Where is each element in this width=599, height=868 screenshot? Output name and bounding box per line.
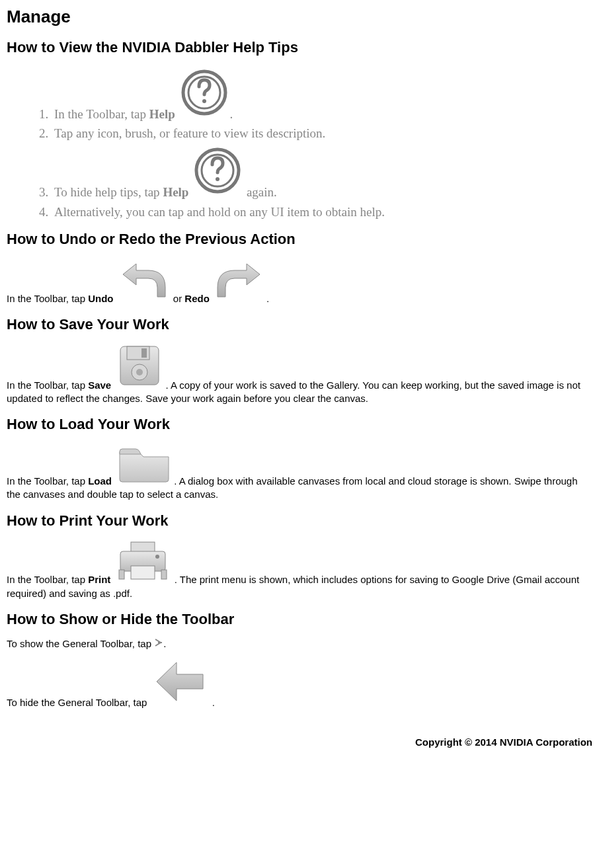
text: In the Toolbar, tap — [7, 293, 88, 304]
save-paragraph: In the Toolbar, tap Save . A copy of you… — [7, 342, 592, 406]
load-label: Load — [88, 475, 112, 487]
folder-icon — [114, 442, 174, 488]
save-icon — [114, 342, 165, 392]
redo-label: Redo — [184, 293, 210, 304]
text: . — [230, 107, 233, 121]
help-step-2: Tap any icon, brush, or feature to view … — [52, 125, 592, 142]
text: To show the General Toolbar, tap — [7, 638, 154, 649]
printer-icon — [114, 538, 172, 586]
section-heading-save: How to Save Your Work — [7, 315, 592, 335]
help-step-1: In the Toolbar, tap Help . — [52, 67, 592, 123]
text: In the Toolbar, tap — [54, 107, 149, 121]
text: again. — [247, 185, 277, 199]
text: To hide the General Toolbar, tap — [7, 697, 150, 708]
svg-rect-14 — [119, 570, 124, 579]
help-step-4: Alternatively, you can tap and hold on a… — [52, 204, 592, 221]
section-heading-undo: How to Undo or Redo the Previous Action — [7, 229, 592, 249]
help-steps-list: In the Toolbar, tap Help . Tap any icon,… — [7, 67, 592, 221]
arrow-left-icon — [150, 657, 210, 709]
text: In the Toolbar, tap — [7, 574, 88, 585]
text: . — [163, 638, 166, 649]
section-heading-print: How to Print Your Work — [7, 511, 592, 531]
text: To hide help tips, tap — [54, 185, 163, 199]
section-heading-toolbar: How to Show or Hide the Toolbar — [7, 610, 592, 629]
svg-point-2 — [202, 99, 206, 103]
toolbar-hide-paragraph: To hide the General Toolbar, tap . — [7, 657, 592, 709]
copyright: Copyright © 2014 NVIDIA Corporation — [7, 736, 592, 749]
help-label: Help — [163, 185, 188, 199]
toolbar-show-paragraph: To show the General Toolbar, tap . — [7, 637, 592, 651]
help-icon — [192, 145, 243, 201]
redo-icon — [212, 257, 266, 305]
undo-label: Undo — [88, 293, 113, 304]
arrow-right-icon — [154, 637, 163, 651]
svg-point-5 — [216, 177, 220, 181]
svg-point-16 — [155, 555, 159, 559]
help-step-3: To hide help tips, tap Help again. — [52, 145, 592, 201]
text: . — [212, 697, 215, 708]
text: Tap any icon, brush, or feature to view … — [54, 126, 325, 140]
undo-icon — [116, 257, 171, 305]
text: or — [173, 293, 185, 304]
undo-paragraph: In the Toolbar, tap Undo or Redo . — [7, 257, 592, 305]
print-paragraph: In the Toolbar, tap Print . The print me… — [7, 538, 592, 600]
section-heading-help: How to View the NVIDIA Dabbler Help Tips — [7, 38, 592, 58]
print-label: Print — [88, 574, 110, 585]
text: Alternatively, you can tap and hold on a… — [54, 205, 385, 219]
text: In the Toolbar, tap — [7, 379, 88, 391]
svg-point-10 — [136, 369, 143, 375]
help-icon — [179, 67, 230, 123]
text: In the Toolbar, tap — [7, 475, 88, 487]
save-label: Save — [88, 379, 111, 391]
page-title: Manage — [7, 5, 592, 28]
svg-rect-13 — [131, 566, 155, 579]
help-label: Help — [149, 107, 175, 121]
load-paragraph: In the Toolbar, tap Load . A dialog box … — [7, 442, 592, 502]
svg-rect-15 — [161, 570, 167, 579]
section-heading-load: How to Load Your Work — [7, 414, 592, 434]
svg-rect-8 — [141, 348, 147, 358]
text: . — [266, 293, 269, 304]
